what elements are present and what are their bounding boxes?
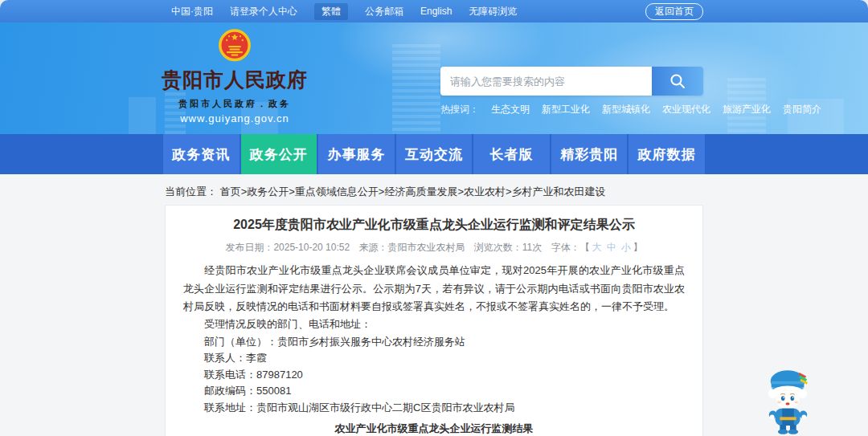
hot-search-row: 热搜词： 生态文明 新型工业化 新型城镇化 农业现代化 旅游产业化 贵阳简介 <box>440 103 703 116</box>
hot-search-term[interactable]: 新型工业化 <box>542 103 590 116</box>
breadcrumb: 当前位置： 首页>政务公开>重点领域信息公开>经济高质量发展>农业农村>乡村产业… <box>165 185 703 199</box>
topbar-links: 中国·贵阳 请登录个人中心 繁體 公务邮箱 English 无障碍浏览 <box>171 3 517 20</box>
article-body: 经贵阳市农业产业化市级重点龙头企业联席会议成员单位审定，现对2025年开展的农业… <box>183 262 685 333</box>
article-paragraph: 受理情况反映的部门、电话和地址： <box>183 316 685 333</box>
breadcrumb-path[interactable]: 首页>政务公开>重点领域信息公开>经济高质量发展>农业农村>乡村产业和农田建设 <box>220 185 606 198</box>
hot-search-term[interactable]: 农业现代化 <box>662 103 710 116</box>
contact-line: 邮政编码：550081 <box>183 383 685 400</box>
article-paragraph: 经贵阳市农业产业化市级重点龙头企业联席会议成员单位审定，现对2025年开展的农业… <box>183 262 685 316</box>
topbar-link[interactable]: 繁體 <box>314 3 348 20</box>
national-emblem-icon <box>218 27 252 64</box>
contact-line: 部门（单位）：贵阳市乡村振兴服务中心农村经济服务站 <box>183 334 685 351</box>
mascot-icon <box>764 365 813 436</box>
topbar-link[interactable]: English <box>420 6 452 17</box>
publish-date: 发布日期：2025-10-20 10:52 <box>225 242 350 253</box>
content-area: 当前位置： 首页>政务公开>重点领域信息公开>经济高质量发展>农业农村>乡村产业… <box>0 174 868 436</box>
table-caption: 农业产业化市级重点龙头企业运行监测结果 <box>183 422 685 436</box>
nav-item[interactable]: 办事服务 <box>318 134 395 174</box>
topbar-link[interactable]: 无障碍浏览 <box>469 5 517 18</box>
breadcrumb-label: 当前位置： <box>165 185 217 198</box>
site-banner: 贵阳市人民政府 贵阳市人民政府．政务 www.guiyang.gov.cn <box>0 22 868 134</box>
nav-item[interactable]: 政府数据 <box>628 134 705 174</box>
font-size-option[interactable]: 中 <box>607 242 616 253</box>
contact-line: 联系电话：87987120 <box>183 367 685 384</box>
article-meta: 发布日期：2025-10-20 10:52 来源：贵阳市农业农村局 浏览次数：1… <box>183 241 685 255</box>
article-title: 2025年度贵阳市农业产业化市级重点龙头企业运行监测和评定结果公示 <box>183 216 685 234</box>
bracket: 【 <box>580 242 590 253</box>
top-utility-bar: 中国·贵阳 请登录个人中心 繁體 公务邮箱 English 无障碍浏览 返回首页 <box>0 0 868 22</box>
contact-line: 联系地址：贵阳市观山湖区市级行政中心二期C区贵阳市农业农村局 <box>183 400 685 417</box>
nav-item[interactable]: 精彩贵阳 <box>551 134 628 174</box>
search-button[interactable] <box>652 67 703 96</box>
main-navigation: 政务资讯 政务公开 办事服务 互动交流 长者版 精彩贵阳 政府数据 <box>0 134 868 174</box>
nav-item[interactable]: 互动交流 <box>396 134 473 174</box>
contact-info: 部门（单位）：贵阳市乡村振兴服务中心农村经济服务站 联系人：李霞 联系电话：87… <box>183 334 685 417</box>
skyline-decoration <box>129 97 156 134</box>
font-size-option[interactable]: 大 <box>592 242 602 253</box>
search-icon <box>669 72 686 90</box>
font-size-option[interactable]: 小 <box>621 242 631 253</box>
mascot-assistant[interactable] <box>764 365 813 436</box>
site-url: www.guiyang.gov.cn <box>180 112 289 124</box>
hot-search-term[interactable]: 新型城镇化 <box>602 103 650 116</box>
topbar-link[interactable]: 中国·贵阳 <box>171 5 213 18</box>
article-card: 2025年度贵阳市农业产业化市级重点龙头企业运行监测和评定结果公示 发布日期：2… <box>165 205 703 436</box>
search-area: 热搜词： 生态文明 新型工业化 新型城镇化 农业现代化 旅游产业化 贵阳简介 <box>440 67 703 116</box>
return-home-button[interactable]: 返回首页 <box>645 3 703 20</box>
hot-search-term[interactable]: 贵阳简介 <box>783 103 821 116</box>
page: 中国·贵阳 请登录个人中心 繁體 公务邮箱 English 无障碍浏览 返回首页 <box>0 0 868 436</box>
nav-item[interactable]: 政务公开 <box>241 134 317 174</box>
site-logo[interactable]: 贵阳市人民政府 贵阳市人民政府．政务 www.guiyang.gov.cn <box>166 27 303 124</box>
nav-item[interactable]: 政务资讯 <box>163 134 240 174</box>
contact-line: 联系人：李霞 <box>183 350 685 367</box>
article-source: 来源：贵阳市农业农村局 <box>358 242 465 253</box>
topbar-link[interactable]: 请登录个人中心 <box>230 5 297 18</box>
bracket: 】 <box>633 242 643 253</box>
font-size-label: 字体： <box>551 242 580 253</box>
hot-search-term[interactable]: 旅游产业化 <box>723 103 771 116</box>
hot-search-term[interactable]: 生态文明 <box>491 103 530 116</box>
site-subtitle: 贵阳市人民政府．政务 <box>178 98 291 110</box>
view-count: 浏览次数：11次 <box>474 242 542 253</box>
site-title: 贵阳市人民政府 <box>162 67 308 93</box>
hot-search-label: 热搜词： <box>440 103 479 116</box>
topbar-link[interactable]: 公务邮箱 <box>365 5 403 18</box>
search-input[interactable] <box>440 67 652 96</box>
nav-item[interactable]: 长者版 <box>473 134 550 174</box>
